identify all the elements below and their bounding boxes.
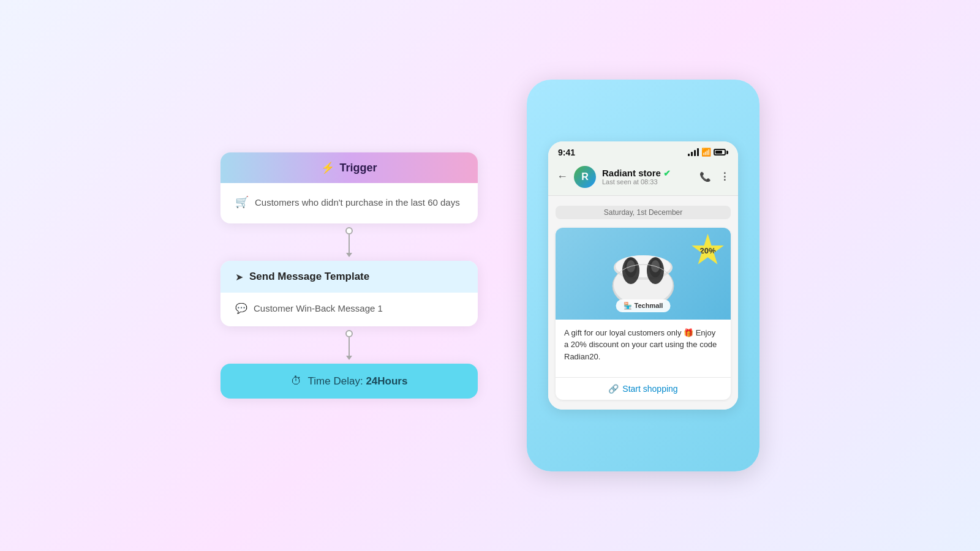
phone-panel: 9:41 📶 ← R <box>527 80 760 471</box>
battery-icon <box>714 149 728 156</box>
trigger-description: Customers who didn't purchase in the las… <box>255 197 460 208</box>
wa-header: ← R Radiant store ✔ Last seen at 08:33 📞… <box>548 161 738 196</box>
contact-info: Radiant store ✔ Last seen at 08:33 <box>602 168 693 186</box>
message-description: Customer Win-Back Message 1 <box>254 303 383 313</box>
chat-area: Saturday, 1st December <box>548 196 738 410</box>
workflow-panel: ⚡ Trigger 🛒 Customers who didn't purchas… <box>221 152 478 399</box>
avatar: R <box>574 166 596 188</box>
wifi-icon: 📶 <box>701 148 711 157</box>
clock-icon: ⏱ <box>291 375 302 388</box>
contact-name: Radiant store ✔ <box>602 168 693 178</box>
wa-actions: 📞 ⋮ <box>699 171 729 182</box>
date-separator: Saturday, 1st December <box>556 206 731 219</box>
trigger-body: 🛒 Customers who didn't purchase in the l… <box>221 183 478 223</box>
connector-arrow-2 <box>346 356 352 360</box>
status-bar: 9:41 📶 <box>548 141 738 161</box>
verified-icon: ✔ <box>663 168 671 178</box>
send-message-body: 💬 Customer Win-Back Message 1 <box>221 293 478 326</box>
connector-1 <box>345 223 353 261</box>
trigger-title: Trigger <box>339 162 377 174</box>
connector-arrow-1 <box>346 253 352 257</box>
trigger-card[interactable]: ⚡ Trigger 🛒 Customers who didn't purchas… <box>221 152 478 223</box>
status-time: 9:41 <box>558 148 575 157</box>
send-message-header: ➤ Send Message Template <box>221 261 478 293</box>
connector-circle-top <box>345 227 353 234</box>
status-icons: 📶 <box>688 148 728 157</box>
external-link-icon: 🔗 <box>608 384 619 394</box>
brand-badge: 🏪 Techmall <box>616 299 671 312</box>
message-icon: 💬 <box>235 302 247 314</box>
more-options-icon[interactable]: ⋮ <box>720 171 729 182</box>
time-delay-card[interactable]: ⏱ Time Delay: 24Hours <box>221 364 478 399</box>
send-message-title: Send Message Template <box>249 271 369 283</box>
message-bubble: 20% 🏪 Techmall A gift for our loyal cust… <box>556 228 731 400</box>
connector-line-1 <box>349 234 350 253</box>
brand-icon: 🏪 <box>624 302 632 310</box>
send-message-card[interactable]: ➤ Send Message Template 💬 Customer Win-B… <box>221 261 478 326</box>
signal-bars-icon <box>688 148 699 156</box>
connector-circle-2 <box>345 330 353 337</box>
cta-label: Start shopping <box>622 384 677 394</box>
cta-button[interactable]: 🔗 Start shopping <box>556 377 731 400</box>
message-text: A gift for our loyal customers only 🎁 En… <box>564 327 722 363</box>
product-image: 20% 🏪 Techmall <box>556 228 731 320</box>
back-icon[interactable]: ← <box>557 170 568 183</box>
message-content: A gift for our loyal customers only 🎁 En… <box>556 320 731 378</box>
call-icon[interactable]: 📞 <box>699 171 711 182</box>
discount-badge: 20% <box>691 234 725 268</box>
last-seen: Last seen at 08:33 <box>602 178 693 186</box>
connector-line-2 <box>349 337 350 356</box>
phone-screen: 9:41 📶 ← R <box>548 141 738 410</box>
main-container: ⚡ Trigger 🛒 Customers who didn't purchas… <box>0 0 980 551</box>
time-delay-text: Time Delay: 24Hours <box>308 375 408 388</box>
send-icon: ➤ <box>235 271 243 283</box>
lightning-icon: ⚡ <box>321 161 334 174</box>
connector-2 <box>345 326 353 364</box>
trigger-header: ⚡ Trigger <box>221 152 478 183</box>
cart-icon: 🛒 <box>235 195 249 209</box>
